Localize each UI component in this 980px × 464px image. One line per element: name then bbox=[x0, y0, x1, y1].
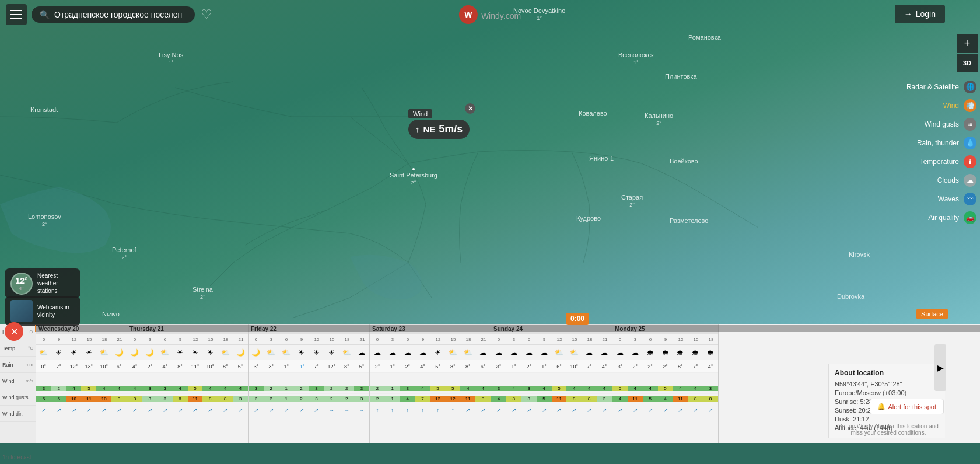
wind-direction-cell: ↗ bbox=[264, 407, 279, 413]
weather-icon-cell: 🌙 bbox=[127, 348, 142, 357]
layer-radar-satellite[interactable]: Radar & Satellite 🌐 bbox=[887, 78, 980, 96]
surface-badge[interactable]: Surface bbox=[916, 309, 948, 319]
temperature-cell: 10° bbox=[566, 364, 582, 369]
map-area[interactable]: Novoe Devyatkino1° Романовка Всеволожск1… bbox=[0, 0, 980, 327]
weather-icon-cell: ☁ bbox=[582, 348, 597, 357]
temperature-cell: 7° bbox=[688, 364, 703, 369]
temperature-cell: 4° bbox=[158, 364, 173, 369]
weather-icon-cell: 🌙 bbox=[233, 348, 248, 357]
search-bar[interactable]: 🔍 bbox=[32, 6, 195, 23]
wind-label: Wind bbox=[408, 109, 432, 118]
wind-direction-cell: ↗ bbox=[279, 407, 294, 413]
nearest-stations-panel[interactable]: 12° 4↑ Nearest weather stations bbox=[5, 268, 80, 298]
weather-icon-cell: ⛅ bbox=[158, 348, 173, 357]
hour-header-cell: 6 bbox=[522, 334, 537, 344]
wind-speed-cell: 3 bbox=[158, 386, 173, 391]
gust-speed-cell: 5 bbox=[643, 396, 658, 402]
gust-speed-cell: 1 bbox=[279, 396, 294, 402]
temperature-cell: 2° bbox=[370, 364, 385, 369]
hour-header-cell: 12 bbox=[673, 334, 688, 344]
weather-icon-cell: ☁ bbox=[522, 348, 537, 357]
hour-header-cell: 18 bbox=[582, 334, 597, 344]
layer-wind-gusts[interactable]: Wind gusts ≋ bbox=[887, 116, 980, 133]
wind-direction-cell: ↑ bbox=[415, 407, 430, 413]
login-icon: → bbox=[904, 9, 912, 19]
search-input[interactable] bbox=[54, 10, 183, 19]
gust-speed-cell: 3 bbox=[233, 396, 248, 402]
weather-icon-cell: ☀ bbox=[324, 348, 339, 357]
close-button[interactable]: ✕ bbox=[5, 322, 23, 341]
gust-speed-cell: 12 bbox=[430, 396, 446, 402]
wind-speed-cell: 4 bbox=[475, 386, 491, 391]
hour-header-cell: 21 bbox=[112, 334, 127, 344]
wind-direction-cell: ↗ bbox=[51, 407, 66, 413]
weather-icon-cell: ☀ bbox=[81, 348, 96, 357]
weather-icon-cell: ☀ bbox=[294, 348, 309, 357]
hour-header-cell: 6 bbox=[279, 334, 294, 344]
layer-air-quality[interactable]: Air quality 🚗 bbox=[887, 209, 980, 226]
favorite-button[interactable]: ♡ bbox=[201, 7, 212, 22]
gust-speed-cell: 5 bbox=[537, 396, 552, 402]
wind-direction-cell: → bbox=[339, 407, 354, 413]
weather-icon-cell: ⛅ bbox=[218, 348, 233, 357]
wind-speed-cell: 4 bbox=[111, 386, 127, 391]
temperature-cell: 5° bbox=[354, 364, 369, 369]
rain-icon: 💧 bbox=[964, 137, 977, 149]
menu-button[interactable] bbox=[6, 4, 27, 25]
gust-speed-cell: 10 bbox=[66, 396, 82, 402]
layer-waves[interactable]: Waves 〰 bbox=[887, 190, 980, 208]
wind-direction-cell: ↗ bbox=[309, 407, 324, 413]
logo: W Windy.com bbox=[459, 5, 521, 24]
gust-speed-cell: 4 bbox=[612, 396, 628, 402]
wind-speed-cell: 3 bbox=[309, 386, 324, 391]
alert-button[interactable]: 🔔 Alert for this spot bbox=[870, 399, 944, 414]
layer-temperature[interactable]: Temperature 🌡 bbox=[887, 153, 980, 170]
zoom-in-button[interactable]: + bbox=[957, 34, 978, 53]
weather-icon-cell: ☀ bbox=[173, 348, 188, 357]
login-button[interactable]: → Login bbox=[895, 5, 945, 23]
wind-speed-cell: 3 bbox=[249, 386, 264, 391]
winddir-label-row: Wind dir. bbox=[0, 406, 36, 422]
wind-direction-cell: ↗ bbox=[522, 407, 537, 413]
wind-speed-cell: 1 bbox=[385, 386, 400, 391]
wind-tooltip: Wind ↑ NE 5m/s ✕ bbox=[408, 108, 470, 139]
webcams-panel[interactable]: Webcams in vicinity bbox=[5, 296, 80, 326]
weather-icon-cell: ☁ bbox=[415, 348, 430, 357]
weather-icon-cell: 🌙 bbox=[249, 348, 264, 357]
wind-direction-cell: ↗ bbox=[703, 407, 718, 413]
wind-speed-cell: 3 bbox=[400, 386, 415, 391]
wind-direction-cell: → bbox=[354, 407, 369, 413]
temperature-icon: 🌡 bbox=[964, 155, 977, 168]
temperature-cell: 8° bbox=[218, 364, 233, 369]
weather-icon-cell: 🌧 bbox=[703, 348, 718, 357]
temperature-cell: 12° bbox=[324, 364, 339, 369]
header: 🔍 ♡ W Windy.com → Login bbox=[0, 0, 980, 29]
layer-wind[interactable]: Wind 💨 bbox=[887, 97, 980, 114]
wind-speed-cell: 4 bbox=[66, 386, 82, 391]
temperature-cell: 3° bbox=[264, 364, 279, 369]
webcam-thumbnail bbox=[10, 300, 33, 322]
layer-rain-label: Rain, thunder bbox=[917, 139, 959, 147]
zoom-3d-button[interactable]: 3D bbox=[957, 54, 978, 72]
wind-speed-cell: 4 bbox=[460, 386, 475, 391]
wind-speed-cell: 5 bbox=[445, 386, 460, 391]
gust-speed-cell: 5 bbox=[36, 396, 51, 402]
weather-icon-cell: ☀ bbox=[430, 348, 446, 357]
layer-radar-label: Radar & Satellite bbox=[907, 83, 959, 91]
timeline-bar[interactable] bbox=[35, 325, 980, 332]
temperature-cell: 4° bbox=[415, 364, 430, 369]
layer-rain[interactable]: Rain, thunder 💧 bbox=[887, 134, 980, 152]
layer-clouds[interactable]: Clouds ☁ bbox=[887, 172, 980, 189]
ten-days-arrow[interactable]: ▶ bbox=[935, 344, 946, 391]
wind-speed-cell: 4 bbox=[537, 386, 552, 391]
wind-direction-cell: ↑ bbox=[445, 407, 460, 413]
wind-speed-cell: 2 bbox=[264, 386, 279, 391]
day-col-4: Sunday 24036912151821☁☁☁☁⛅⛅☁☁3°1°2°1°6°1… bbox=[491, 324, 612, 443]
wind-speed-cell: 4 bbox=[173, 386, 188, 391]
hour-header-cell: 12 bbox=[66, 334, 82, 344]
wind-direction: NE bbox=[424, 124, 436, 134]
day-col-3: Saturday 23036912151821☁☁☁☁☀⛅⛅☁2°1°2°4°5… bbox=[370, 324, 491, 443]
time-badge[interactable]: 0:00 bbox=[566, 313, 589, 325]
hour-header-cell: 15 bbox=[567, 334, 582, 344]
wind-speed-cell: 4 bbox=[566, 386, 582, 391]
